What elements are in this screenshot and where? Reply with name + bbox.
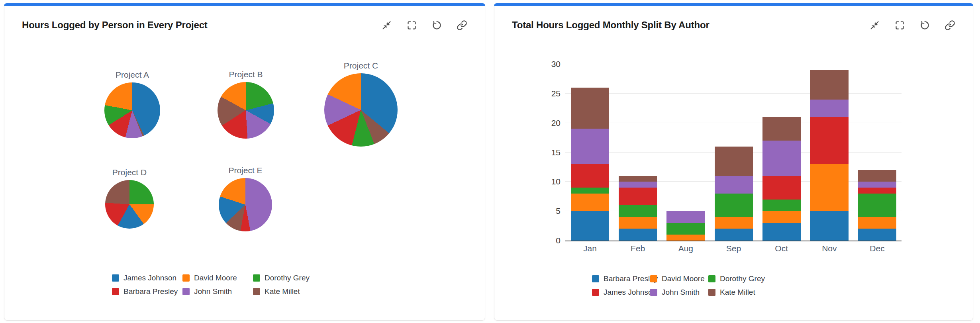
legend-item-barbara-presley[interactable]: Barbara Presley xyxy=(592,274,650,283)
x-tick-label-feb: Feb xyxy=(614,244,662,253)
bar-segment-sep-barbara-presley[interactable] xyxy=(715,229,753,241)
refresh-icon xyxy=(919,20,930,31)
bar-segment-aug-john-smith[interactable] xyxy=(666,211,705,223)
pie-title-project-d: Project D xyxy=(90,168,169,177)
bar-segment-jan-david-moore[interactable] xyxy=(571,194,609,211)
bar-segment-dec-dorothy-grey[interactable] xyxy=(858,194,896,217)
link-button[interactable] xyxy=(945,20,955,31)
legend-swatch xyxy=(182,288,190,295)
fullscreen-button[interactable] xyxy=(894,20,905,31)
collapse-button[interactable] xyxy=(869,20,880,31)
bar-segment-jan-james-johnson[interactable] xyxy=(571,164,609,188)
bar-segment-dec-kate-millet[interactable] xyxy=(858,170,896,182)
bar-segment-oct-barbara-presley[interactable] xyxy=(762,223,801,241)
y-tick-label-0: 0 xyxy=(541,235,561,246)
legend-item-james-johnson[interactable]: James Johnson xyxy=(592,288,650,296)
bar-segment-feb-david-moore[interactable] xyxy=(619,217,657,229)
bar-feb[interactable] xyxy=(619,176,657,241)
gridline-30 xyxy=(565,64,902,64)
bar-dec[interactable] xyxy=(858,170,896,241)
pie-project-a[interactable] xyxy=(104,82,160,138)
legend-item-john-smith[interactable]: John Smith xyxy=(650,288,708,296)
bar-jan[interactable] xyxy=(571,88,609,241)
bar-oct[interactable] xyxy=(762,117,801,241)
bar-segment-feb-dorothy-grey[interactable] xyxy=(619,205,657,217)
bar-panel-header: Total Hours Logged Monthly Split By Auth… xyxy=(494,19,973,31)
pie-panel: Hours Logged by Person in Every Project xyxy=(4,3,485,321)
legend-label: John Smith xyxy=(194,287,232,296)
legend-swatch xyxy=(182,274,190,282)
bar-segment-jan-dorothy-grey[interactable] xyxy=(571,188,609,194)
fullscreen-icon xyxy=(894,20,905,31)
legend-swatch xyxy=(592,275,599,282)
bar-segment-feb-john-smith[interactable] xyxy=(619,182,657,188)
bar-panel-legend: Barbara PresleyDavid MooreDorothy GreyJa… xyxy=(592,274,766,296)
legend-swatch xyxy=(253,274,260,282)
bar-panel-title: Total Hours Logged Monthly Split By Auth… xyxy=(512,20,710,31)
bar-sep[interactable] xyxy=(715,147,753,241)
bar-panel-toolbar xyxy=(869,20,955,31)
x-tick-label-oct: Oct xyxy=(758,244,806,253)
bar-segment-jan-barbara-presley[interactable] xyxy=(571,211,609,241)
pie-project-d[interactable] xyxy=(105,180,154,229)
bar-segment-sep-john-smith[interactable] xyxy=(715,176,753,194)
legend-item-kate-millet[interactable]: Kate Millet xyxy=(708,288,766,296)
bar-segment-feb-barbara-presley[interactable] xyxy=(619,229,657,241)
bar-segment-oct-john-smith[interactable] xyxy=(762,141,801,176)
bar-segment-aug-david-moore[interactable] xyxy=(666,235,705,241)
legend-swatch xyxy=(253,288,260,295)
bar-segment-dec-david-moore[interactable] xyxy=(858,217,896,229)
bar-segment-dec-james-johnson[interactable] xyxy=(858,188,896,194)
legend-item-kate-millet[interactable]: Kate Millet xyxy=(253,287,323,296)
bar-segment-jan-john-smith[interactable] xyxy=(571,129,609,164)
legend-label: James Johnson xyxy=(604,288,657,297)
bar-segment-feb-james-johnson[interactable] xyxy=(619,188,657,205)
bar-nov[interactable] xyxy=(810,70,849,241)
legend-label: Kate Millet xyxy=(720,288,755,297)
bar-segment-feb-kate-millet[interactable] xyxy=(619,176,657,182)
legend-label: James Johnson xyxy=(123,274,176,282)
collapse-icon xyxy=(869,20,880,31)
bar-segment-nov-james-johnson[interactable] xyxy=(810,117,849,164)
bar-segment-nov-david-moore[interactable] xyxy=(810,164,849,211)
legend-item-dorothy-grey[interactable]: Dorothy Grey xyxy=(253,274,323,282)
legend-label: David Moore xyxy=(662,274,705,283)
bar-segment-sep-dorothy-grey[interactable] xyxy=(715,194,753,217)
legend-item-david-moore[interactable]: David Moore xyxy=(650,274,708,283)
legend-item-james-johnson[interactable]: James Johnson xyxy=(112,274,182,282)
bar-segment-nov-john-smith[interactable] xyxy=(810,100,849,117)
bar-segment-oct-dorothy-grey[interactable] xyxy=(762,200,801,211)
pie-title-project-e: Project E xyxy=(206,166,285,175)
bar-segment-jan-kate-millet[interactable] xyxy=(571,88,609,129)
legend-item-dorothy-grey[interactable]: Dorothy Grey xyxy=(708,274,766,283)
bar-segment-sep-david-moore[interactable] xyxy=(715,217,753,229)
bar-segment-sep-kate-millet[interactable] xyxy=(715,147,753,176)
y-tick-label-20: 20 xyxy=(541,118,561,128)
bar-segment-dec-john-smith[interactable] xyxy=(858,182,896,188)
legend-item-john-smith[interactable]: John Smith xyxy=(182,287,253,296)
legend-item-david-moore[interactable]: David Moore xyxy=(182,274,253,282)
bar-segment-nov-kate-millet[interactable] xyxy=(810,70,849,100)
bar-segment-aug-dorothy-grey[interactable] xyxy=(666,223,705,235)
pie-project-e[interactable] xyxy=(219,178,272,231)
legend-swatch xyxy=(650,289,657,296)
legend-label: David Moore xyxy=(194,274,237,282)
refresh-button[interactable] xyxy=(919,20,930,31)
bar-segment-nov-barbara-presley[interactable] xyxy=(810,211,849,241)
bar-aug[interactable] xyxy=(666,211,705,241)
legend-label: Dorothy Grey xyxy=(265,274,310,282)
bar-segment-oct-james-johnson[interactable] xyxy=(762,176,801,200)
bar-segment-oct-kate-millet[interactable] xyxy=(762,117,801,141)
panel-accent-bar xyxy=(494,3,973,6)
pie-project-c[interactable] xyxy=(324,73,398,147)
legend-swatch xyxy=(112,288,119,295)
legend-item-barbara-presley[interactable]: Barbara Presley xyxy=(112,287,182,296)
legend-swatch xyxy=(112,274,119,282)
pie-project-b[interactable] xyxy=(218,82,274,139)
legend-swatch xyxy=(708,275,715,282)
bar-segment-oct-david-moore[interactable] xyxy=(762,211,801,223)
legend-swatch xyxy=(650,275,657,282)
bar-segment-dec-barbara-presley[interactable] xyxy=(858,229,896,241)
legend-label: John Smith xyxy=(662,288,700,297)
y-tick-label-10: 10 xyxy=(541,176,561,187)
